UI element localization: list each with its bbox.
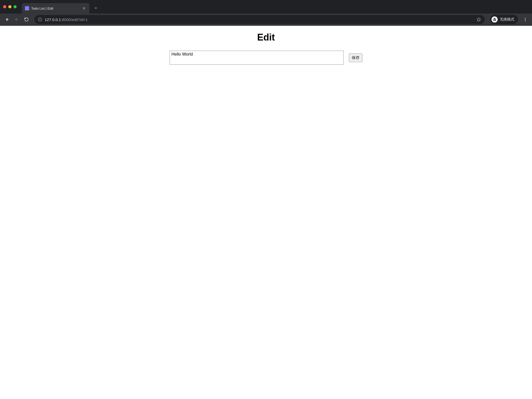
- browser-menu-button[interactable]: [521, 15, 529, 24]
- browser-tab[interactable]: Todo List | Edit ✕: [22, 3, 89, 14]
- svg-point-11: [525, 21, 526, 21]
- tab-favicon: [25, 6, 29, 10]
- page-content: Edit Hello World 保存: [0, 26, 532, 71]
- reload-button[interactable]: [22, 15, 31, 24]
- incognito-icon: [491, 16, 498, 23]
- incognito-label: 无痕模式: [500, 17, 514, 22]
- url-text: 127.0.0.1:8000/edit?id=1: [45, 17, 474, 22]
- svg-point-10: [525, 19, 526, 20]
- window-maximize-button[interactable]: [14, 5, 17, 8]
- arrow-right-icon: [14, 17, 19, 22]
- svg-marker-5: [477, 18, 481, 21]
- forward-button[interactable]: [12, 15, 21, 24]
- url-host: 127.0.0.1: [45, 17, 61, 22]
- reload-icon: [24, 17, 29, 22]
- tab-title: Todo List | Edit: [31, 6, 79, 10]
- window-close-button[interactable]: [3, 5, 6, 8]
- browser-toolbar: 127.0.0.1:8000/edit?id=1 无痕模式: [0, 14, 532, 25]
- window-controls: [3, 5, 17, 8]
- close-tab-icon[interactable]: ✕: [82, 6, 86, 11]
- url-path: :8000/edit?id=1: [61, 17, 88, 22]
- site-info-icon[interactable]: [38, 17, 42, 22]
- window-minimize-button[interactable]: [8, 5, 11, 8]
- todo-input[interactable]: Hello World: [170, 51, 344, 65]
- save-button[interactable]: 保存: [349, 54, 362, 62]
- incognito-badge[interactable]: 无痕模式: [490, 15, 518, 24]
- more-vertical-icon: [523, 17, 528, 22]
- back-button[interactable]: [3, 15, 11, 24]
- edit-form: Hello World 保存: [170, 51, 362, 65]
- svg-point-9: [525, 18, 526, 18]
- tab-strip: Todo List | Edit ✕ ＋: [0, 0, 532, 14]
- new-tab-button[interactable]: ＋: [92, 4, 100, 12]
- arrow-left-icon: [4, 17, 9, 22]
- bookmark-star-icon[interactable]: [476, 17, 481, 22]
- browser-chrome: Todo List | Edit ✕ ＋ 127.0.0.1:8000/edit…: [0, 0, 532, 26]
- page-title: Edit: [0, 32, 532, 43]
- svg-point-4: [40, 18, 40, 19]
- address-bar[interactable]: 127.0.0.1:8000/edit?id=1: [34, 15, 485, 24]
